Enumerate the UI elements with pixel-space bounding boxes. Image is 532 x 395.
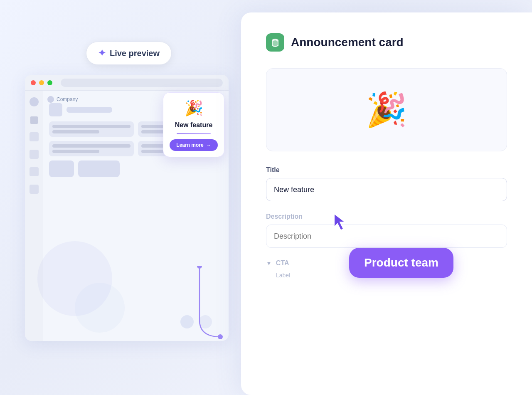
cursor-arrow <box>332 212 347 232</box>
browser-urlbar <box>61 79 223 87</box>
sidebar-icon-3 <box>30 150 39 159</box>
learn-more-label: Learn more <box>176 142 203 148</box>
announcement-card-title: New feature <box>175 121 213 130</box>
left-panel: ✦ Live preview Company <box>25 42 233 341</box>
arrow-icon: → <box>206 142 211 148</box>
title-field-label: Title <box>266 166 507 174</box>
sidebar-icon-2 <box>30 132 39 141</box>
right-panel: Announcement card 🎉 Title Description ▼ … <box>241 12 532 395</box>
bottom-circles-row <box>180 315 212 328</box>
browser-dot-red <box>31 80 36 85</box>
content-card-1 <box>49 121 134 137</box>
sparkle-icon: ✦ <box>98 48 106 59</box>
card-line <box>52 125 131 128</box>
description-input[interactable] <box>266 225 507 248</box>
form-header: Announcement card <box>266 33 507 52</box>
content-bar-1 <box>66 107 112 113</box>
image-preview-area[interactable]: 🎉 <box>266 68 507 151</box>
announcement-divider <box>177 133 211 134</box>
circle-1 <box>180 315 194 328</box>
announcement-card-preview: 🎉 New feature Learn more → <box>163 92 224 157</box>
preview-emoji: 🎉 <box>366 90 407 129</box>
tooltip-text: Product team <box>364 256 438 269</box>
sidebar-icon-5 <box>30 185 39 194</box>
content-card-3 <box>49 141 134 156</box>
card-line-short <box>52 130 99 133</box>
description-field-label: Description <box>266 213 507 220</box>
form-title: Announcement card <box>291 36 404 49</box>
live-preview-button[interactable]: ✦ Live preview <box>86 42 172 65</box>
product-team-tooltip: Product team <box>349 248 453 278</box>
sidebar-icon-1 <box>30 116 38 124</box>
sidebar-logo <box>30 97 39 106</box>
browser-titlebar <box>25 75 229 91</box>
content-block-icon <box>49 103 62 116</box>
card-line-short-3 <box>52 150 99 153</box>
bottom-block-1 <box>49 160 74 177</box>
circle-2 <box>199 315 212 328</box>
chevron-down-icon: ▼ <box>266 260 272 267</box>
sidebar-icon-4 <box>30 167 39 176</box>
bg-circle-2 <box>75 283 125 333</box>
announcement-emoji: 🎉 <box>185 99 203 117</box>
browser-dot-green <box>47 80 52 85</box>
title-input[interactable] <box>266 178 507 201</box>
browser-dot-yellow <box>39 80 44 85</box>
content-bottom-row <box>49 160 223 177</box>
cta-label: CTA <box>276 259 289 267</box>
bottom-block-2 <box>78 160 120 177</box>
live-preview-label: Live preview <box>110 49 160 58</box>
form-icon <box>266 33 284 52</box>
app-sidebar <box>25 91 43 341</box>
learn-more-button[interactable]: Learn more → <box>170 139 217 151</box>
card-line-3 <box>52 144 131 148</box>
